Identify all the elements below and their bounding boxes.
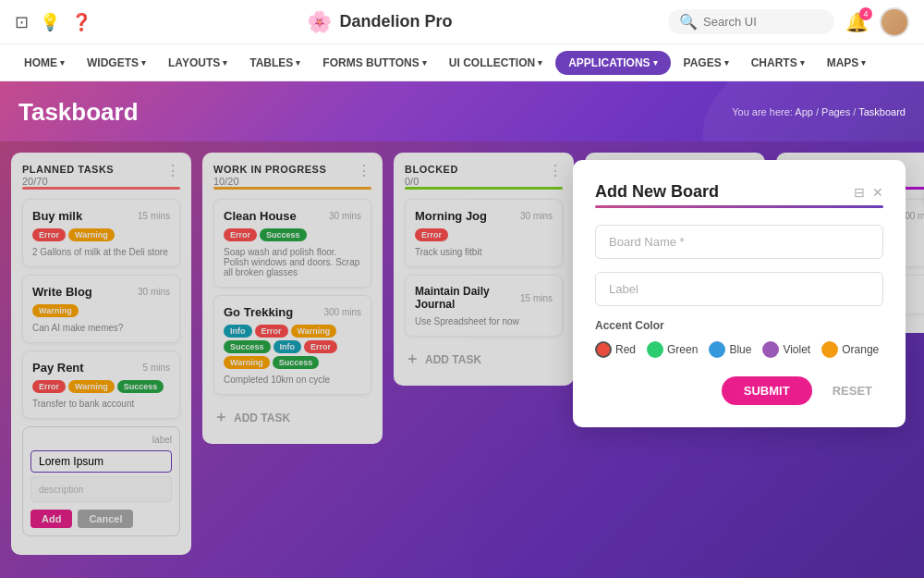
chevron-down-icon: ▾ (422, 58, 427, 68)
color-dot-red (595, 341, 612, 358)
brand: 🌸 Dandelion Pro (103, 10, 657, 34)
accent-color-label: Accent Color (595, 319, 883, 332)
close-icon[interactable]: ✕ (872, 185, 883, 200)
breadcrumb-current: Taskboard (858, 106, 906, 117)
board-area: PLANNED TASKS 20/70 ⋮ Buy milk 15 mins E… (0, 141, 924, 578)
board-label-input[interactable] (595, 272, 883, 306)
search-bar[interactable]: 🔍 (668, 9, 834, 34)
topbar-right: 🔔 4 (845, 7, 909, 37)
chevron-down-icon: ▾ (653, 58, 658, 68)
help-icon[interactable]: ❓ (71, 12, 91, 32)
color-option-blue[interactable]: Blue (709, 341, 751, 358)
reset-button[interactable]: RESET (821, 376, 883, 405)
color-dot-violet (762, 341, 779, 358)
nav-widgets[interactable]: WIDGETS ▾ (78, 51, 155, 75)
nav-maps[interactable]: MAPS ▾ (818, 51, 876, 75)
breadcrumb: You are here: App / Pages / Taskboard (732, 106, 906, 117)
modal-overlay: Add New Board ⊟ ✕ Accent Color Red Green (0, 141, 924, 578)
notifications-button[interactable]: 🔔 4 (845, 11, 869, 33)
brand-icon: 🌸 (307, 10, 332, 34)
chevron-down-icon: ▾ (861, 58, 866, 68)
chevron-down-icon: ▾ (60, 58, 65, 68)
search-icon: 🔍 (679, 13, 698, 31)
breadcrumb-app[interactable]: App (795, 106, 813, 117)
nav-layouts[interactable]: LAYOUTS ▾ (159, 51, 237, 75)
nav-tables[interactable]: TABLES ▾ (240, 51, 310, 75)
notif-badge: 4 (859, 7, 872, 20)
modal-actions: SUBMIT RESET (595, 376, 883, 405)
color-option-green[interactable]: Green (647, 341, 698, 358)
color-options: Red Green Blue Violet Orange (595, 341, 883, 358)
color-option-violet[interactable]: Violet (762, 341, 810, 358)
bulb-icon[interactable]: 💡 (40, 12, 60, 32)
color-option-orange[interactable]: Orange (821, 341, 879, 358)
breadcrumb-pages[interactable]: Pages (821, 106, 850, 117)
chevron-down-icon: ▾ (724, 58, 729, 68)
navbar: HOME ▾ WIDGETS ▾ LAYOUTS ▾ TABLES ▾ FORM… (0, 44, 924, 81)
page-header: Taskboard You are here: App / Pages / Ta… (0, 81, 924, 141)
topbar-icons: ⊡ 💡 ❓ (15, 12, 91, 32)
page-title: Taskboard (18, 98, 906, 127)
nav-pages[interactable]: PAGES ▾ (675, 51, 738, 75)
avatar[interactable] (880, 7, 909, 37)
nav-charts[interactable]: CHARTS ▾ (742, 51, 814, 75)
modal-divider (595, 205, 883, 208)
nav-applications[interactable]: APPLICATIONS ▾ (555, 51, 670, 75)
brand-name: Dandelion Pro (339, 12, 452, 31)
modal-title: Add New Board (595, 182, 719, 202)
chevron-down-icon: ▾ (800, 58, 805, 68)
nav-forms[interactable]: FORMS BUTTONS ▾ (313, 51, 435, 75)
submit-button[interactable]: SUBMIT (722, 376, 812, 405)
topbar: ⊡ 💡 ❓ 🌸 Dandelion Pro 🔍 🔔 4 (0, 0, 924, 44)
chevron-down-icon: ▾ (296, 58, 300, 68)
color-dot-orange (821, 341, 838, 358)
color-dot-blue (709, 341, 725, 358)
board-name-input[interactable] (595, 225, 883, 259)
nav-home[interactable]: HOME ▾ (15, 51, 74, 75)
nav-ui-collection[interactable]: UI COLLECTION ▾ (440, 51, 552, 75)
expand-icon[interactable]: ⊡ (15, 12, 29, 32)
color-option-red[interactable]: Red (595, 341, 636, 358)
chevron-down-icon: ▾ (223, 58, 227, 68)
search-input[interactable] (703, 15, 823, 29)
chevron-down-icon: ▾ (141, 58, 146, 68)
minimize-icon[interactable]: ⊟ (854, 185, 865, 200)
add-new-board-modal: Add New Board ⊟ ✕ Accent Color Red Green (573, 160, 906, 427)
chevron-down-icon: ▾ (538, 58, 542, 68)
color-dot-green (647, 341, 663, 358)
